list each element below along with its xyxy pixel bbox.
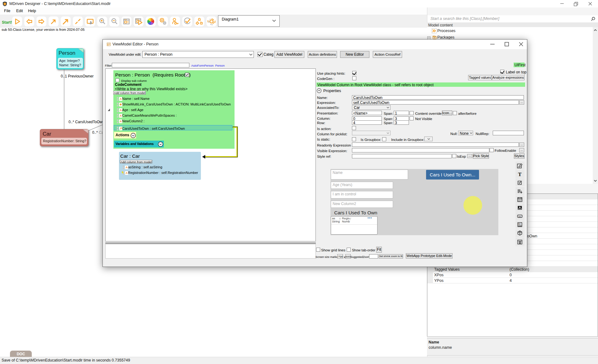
svg-text:T: T	[518, 171, 522, 177]
svg-text:Rtf: Rtf	[518, 223, 521, 225]
svg-text:btn: btn	[519, 216, 521, 217]
